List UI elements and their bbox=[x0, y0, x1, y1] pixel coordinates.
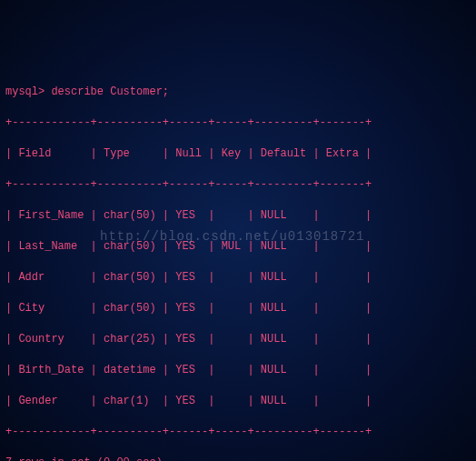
table-border: +------------+----------+------+-----+--… bbox=[5, 115, 471, 131]
table-row: | First_Name | char(50) | YES | | NULL |… bbox=[5, 208, 471, 224]
table-header: | Field | Type | Null | Key | Default | … bbox=[5, 146, 471, 162]
table-row: | Gender | char(1) | YES | | NULL | | bbox=[5, 394, 471, 409]
mysql-prompt-line: mysql> describe Customer; bbox=[5, 85, 471, 100]
table-row: | Country | char(25) | YES | | NULL | | bbox=[5, 332, 471, 347]
terminal-output: mysql> describe Customer; +------------+… bbox=[5, 69, 471, 461]
table-row: | City | char(50) | YES | | NULL | | bbox=[5, 301, 471, 316]
table-row: | Birth_Date | datetime | YES | | NULL |… bbox=[5, 363, 471, 378]
table-row: | Addr | char(50) | YES | | NULL | | bbox=[5, 270, 471, 286]
table-row: | Last_Name | char(50) | YES | MUL | NUL… bbox=[5, 239, 471, 255]
table-border: +------------+----------+------+-----+--… bbox=[5, 177, 471, 193]
table-border: +------------+----------+------+-----+--… bbox=[5, 425, 471, 440]
result-summary: 7 rows in set (0.00 sec) bbox=[5, 456, 471, 461]
